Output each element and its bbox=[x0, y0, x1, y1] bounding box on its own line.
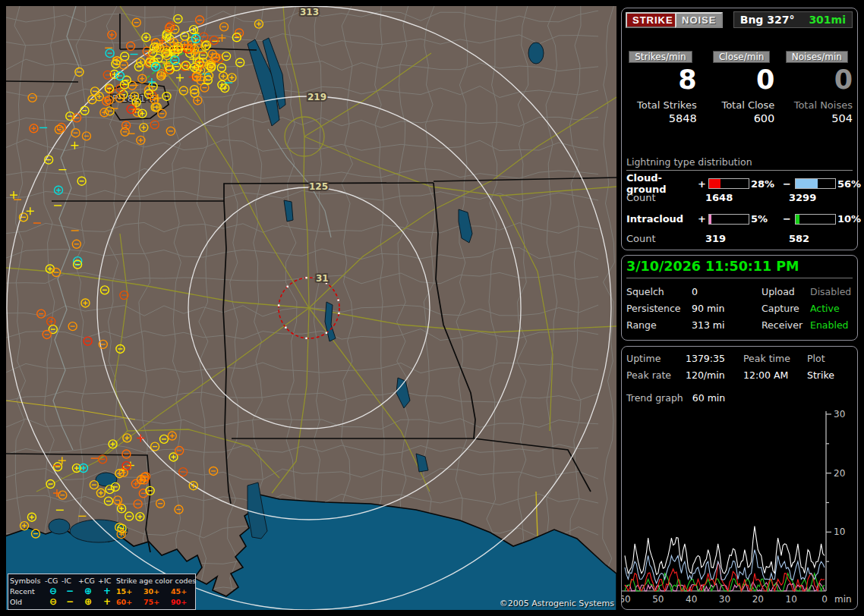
legend-age-title: Strike age color codes bbox=[116, 577, 198, 585]
receiver-value: Enabled bbox=[810, 319, 854, 331]
total-noises-value: 504 bbox=[780, 112, 853, 124]
cg-minus-sign: − bbox=[783, 178, 795, 190]
ic-count-label: Count bbox=[626, 233, 705, 244]
trend-axes bbox=[622, 411, 831, 591]
squelch-value: 0 bbox=[692, 286, 762, 297]
map-canvas[interactable]: P-1821-331321912531 Symbols -CG -IC +CG … bbox=[6, 6, 616, 610]
range-label: Range bbox=[626, 319, 692, 331]
datetime-display: 3/10/2026 11:50:11 PM bbox=[626, 259, 853, 278]
bearing-box: Bng 327° 301mi bbox=[733, 11, 853, 28]
legend-col-ic-neg: -IC bbox=[61, 577, 78, 585]
svg-text:40: 40 bbox=[686, 594, 697, 605]
legend-col-ic-pos: +IC bbox=[98, 577, 116, 585]
trend-series-total-strikes bbox=[625, 526, 825, 575]
cg-neg-bar bbox=[795, 178, 836, 189]
svg-text:min: min bbox=[834, 594, 852, 605]
persistence-value: 90 min bbox=[692, 303, 762, 314]
ic-pos-bar bbox=[708, 214, 749, 225]
ic-neg-pct: 10% bbox=[837, 213, 861, 225]
trend-series-ic-negative bbox=[625, 574, 825, 591]
distribution-title: Lightning type distribution bbox=[626, 156, 853, 171]
status-grid: Squelch 0 Upload Disabled Persistence 90… bbox=[626, 286, 854, 331]
cloud-ground-count-row: Count 1648 3299 bbox=[626, 192, 854, 203]
noise-button[interactable]: NOISE bbox=[675, 12, 723, 28]
total-strikes-value: 5848 bbox=[625, 112, 697, 124]
copyright-text: ©2005 Astrogenic Systems bbox=[500, 599, 614, 608]
cg-plus-sign: + bbox=[698, 178, 708, 190]
panel-session: Uptime 1379:35 Peak time Plot Peak rate … bbox=[621, 346, 858, 610]
cg-pos-bar bbox=[708, 178, 749, 189]
ic-pos-count: 319 bbox=[705, 233, 789, 244]
close-column: Close/min 0 Total Close 600 bbox=[703, 51, 775, 124]
cg-neg-pct: 56% bbox=[837, 178, 861, 190]
rate-columns: Strikes/min 8 Total Strikes 5848 Close/m… bbox=[625, 51, 853, 124]
ic-pos-recent-icon: + bbox=[98, 587, 116, 595]
cg-pos-recent-icon: ⊕ bbox=[78, 587, 98, 595]
ic-minus-sign: − bbox=[783, 213, 795, 225]
intracloud-label: Intracloud bbox=[626, 213, 698, 225]
panel-status: 3/10/2026 11:50:11 PM Squelch 0 Upload D… bbox=[621, 255, 858, 341]
legend-recent-row: Recent ⊖ − ⊕ + 15+ 30+ 45+ bbox=[10, 586, 194, 596]
strikes-per-min-chip: Strikes/min bbox=[629, 51, 692, 63]
bearing-distance: 301mi bbox=[809, 14, 846, 26]
age-60: 60+ bbox=[116, 598, 143, 606]
noises-per-min-value: 0 bbox=[780, 64, 853, 95]
cg-pos-count: 1648 bbox=[705, 192, 789, 203]
cg-neg-recent-icon: ⊖ bbox=[45, 587, 61, 595]
noises-per-min-chip: Noises/min bbox=[786, 51, 848, 63]
close-per-min-value: 0 bbox=[703, 64, 775, 95]
upload-label: Upload bbox=[762, 286, 810, 297]
legend-col-cg-pos: +CG bbox=[78, 577, 98, 585]
svg-text:10: 10 bbox=[786, 594, 797, 605]
ic-pos-pct: 5% bbox=[751, 213, 783, 225]
map-graphics: P-1821-331321912531 bbox=[6, 6, 616, 610]
legend-symbols-title: Symbols bbox=[10, 577, 45, 585]
upload-value: Disabled bbox=[810, 286, 854, 297]
ic-pos-old-icon: + bbox=[98, 598, 116, 605]
total-noises-label: Total Noises bbox=[780, 99, 853, 111]
svg-text:10: 10 bbox=[834, 526, 845, 537]
strikes-column: Strikes/min 8 Total Strikes 5848 bbox=[625, 51, 697, 124]
ic-plus-sign: + bbox=[698, 213, 708, 225]
strikes-per-min-value: 8 bbox=[625, 64, 697, 95]
ic-neg-old-icon: − bbox=[61, 598, 78, 605]
svg-text:60: 60 bbox=[622, 594, 631, 605]
svg-text:20: 20 bbox=[834, 468, 845, 479]
legend-old-row: Old ⊖ − ⊕ + 60+ 75+ 90+ bbox=[10, 596, 194, 607]
age-45: 45+ bbox=[171, 587, 198, 596]
age-30: 30+ bbox=[143, 587, 171, 596]
intracloud-count-row: Count 319 582 bbox=[626, 233, 854, 244]
ring-label-219: 219 bbox=[307, 92, 326, 102]
svg-text:0: 0 bbox=[821, 594, 828, 605]
age-90: 90+ bbox=[171, 598, 198, 606]
app-window: P-1821-331321912531 Symbols -CG -IC +CG … bbox=[0, 0, 864, 616]
bearing-label: Bng 327° bbox=[740, 14, 795, 26]
cg-pos-pct: 28% bbox=[751, 178, 783, 190]
ic-neg-bar bbox=[795, 214, 836, 225]
legend-header-row: Symbols -CG -IC +CG +IC Strike age color… bbox=[10, 575, 194, 586]
receiver-label: Receiver bbox=[762, 319, 810, 331]
squelch-label: Squelch bbox=[626, 286, 692, 297]
persistence-label: Persistence bbox=[626, 303, 692, 314]
svg-text:30: 30 bbox=[719, 594, 730, 605]
legend-recent-label: Recent bbox=[10, 587, 45, 596]
svg-text:30: 30 bbox=[834, 409, 845, 420]
panel-strike-stats: STRIKE NOISE Bng 327° 301mi Strikes/min … bbox=[621, 8, 858, 250]
ring-label-125: 125 bbox=[309, 181, 328, 192]
ic-neg-count: 582 bbox=[789, 233, 854, 244]
intracloud-row: Intracloud + 5% − 10% bbox=[626, 213, 854, 225]
trend-graph-plot: 1020306050403020100min bbox=[622, 347, 857, 609]
legend-old-label: Old bbox=[10, 598, 45, 606]
svg-text:50: 50 bbox=[652, 594, 664, 605]
total-strikes-label: Total Strikes bbox=[625, 99, 697, 111]
noises-column: Noises/min 0 Total Noises 504 bbox=[780, 51, 853, 124]
age-75: 75+ bbox=[143, 598, 171, 606]
capture-value: Active bbox=[810, 303, 854, 314]
age-15: 15+ bbox=[116, 587, 143, 596]
capture-label: Capture bbox=[762, 303, 810, 314]
close-per-min-chip: Close/min bbox=[713, 51, 770, 63]
cg-neg-count: 3299 bbox=[789, 192, 854, 203]
svg-text:20: 20 bbox=[752, 594, 764, 605]
map-legend: Symbols -CG -IC +CG +IC Strike age color… bbox=[8, 574, 196, 610]
strike-button[interactable]: STRIKE bbox=[626, 12, 680, 28]
